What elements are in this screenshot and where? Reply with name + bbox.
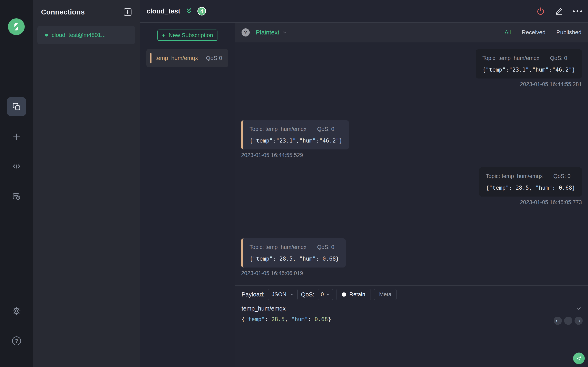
message-received: Topic: temp_hum/emqx QoS: 0 {"temp":"23.… bbox=[241, 120, 582, 158]
qos-select[interactable]: 0 bbox=[318, 289, 333, 300]
format-dropdown[interactable]: Plaintext bbox=[256, 29, 287, 36]
meta-button[interactable]: Meta bbox=[374, 289, 397, 300]
subscription-qos: QoS 0 bbox=[206, 55, 222, 61]
message-filters: All Received Published bbox=[504, 29, 581, 36]
message-list: Topic: temp_hum/emqx QoS: 0 {"temp":"23.… bbox=[235, 42, 588, 285]
mqttx-logo-mark bbox=[12, 22, 21, 31]
topic-input[interactable]: temp_hum/emqx bbox=[242, 305, 286, 312]
prev-payload-button[interactable]: ← bbox=[554, 317, 562, 325]
filter-all[interactable]: All bbox=[504, 29, 511, 36]
message-published: Topic: temp_hum/emqx QoS: 0 {"temp": 28.… bbox=[241, 167, 582, 229]
payload-help-icon[interactable]: ? bbox=[242, 28, 250, 36]
connection-name: cloud_test@m4801... bbox=[52, 32, 106, 38]
plus-icon: + bbox=[162, 32, 165, 39]
filter-received[interactable]: Received bbox=[522, 29, 545, 36]
ellipsis-icon bbox=[573, 10, 582, 12]
power-icon bbox=[536, 7, 545, 16]
message-payload: {"temp":"23.1","hum":"46.2"} bbox=[250, 138, 342, 144]
message-payload: {"temp": 28.5, "hum": 0.68} bbox=[250, 256, 339, 262]
filter-separator bbox=[551, 30, 551, 35]
collapse-all-icon[interactable] bbox=[185, 7, 193, 15]
subscription-topic: temp_hum/emqx bbox=[155, 55, 206, 61]
message-qos: QoS: 0 bbox=[550, 55, 567, 61]
json-token: 28.5 bbox=[271, 316, 285, 322]
message-payload: {"temp": 28.5, "hum": 0.68} bbox=[486, 185, 575, 191]
message-qos: QoS: 0 bbox=[317, 126, 334, 132]
retain-label: Retain bbox=[349, 291, 365, 298]
paper-plane-icon bbox=[576, 355, 582, 361]
disconnect-button[interactable] bbox=[535, 6, 546, 17]
delete-payload-button[interactable]: − bbox=[564, 317, 572, 325]
connection-view: cloud_test 4 bbox=[140, 0, 588, 367]
json-token: : bbox=[265, 316, 272, 322]
collapse-publish-icon[interactable] bbox=[576, 306, 582, 312]
payload-format-select[interactable]: JSON bbox=[268, 289, 298, 300]
help-icon: ? bbox=[12, 336, 21, 345]
plus-square-icon bbox=[123, 7, 132, 17]
message-qos: QoS: 0 bbox=[317, 244, 334, 250]
message-bubble[interactable]: Topic: temp_hum/emqx QoS: 0 {"temp":"23.… bbox=[476, 49, 582, 78]
chevron-down-icon bbox=[576, 306, 582, 312]
payload-label: Payload: bbox=[242, 291, 265, 298]
message-timestamp: 2023-01-05 16:44:55:529 bbox=[241, 152, 303, 158]
json-token: "hum" bbox=[291, 316, 308, 322]
message-topic: Topic: temp_hum/emqx bbox=[250, 126, 306, 132]
connection-list-item[interactable]: cloud_test@m4801... bbox=[37, 26, 135, 44]
new-subscription-button[interactable]: + New Subscription bbox=[157, 30, 217, 41]
message-timestamp: 2023-01-05 16:45:06:019 bbox=[241, 270, 303, 276]
mqttx-logo bbox=[8, 18, 25, 35]
message-received: Topic: temp_hum/emqx QoS: 0 {"temp": 28.… bbox=[241, 238, 582, 276]
nav-help-button[interactable]: ? bbox=[7, 332, 26, 350]
nav-script-button[interactable] bbox=[7, 157, 26, 176]
chevron-down-icon bbox=[326, 292, 330, 296]
plus-icon bbox=[12, 132, 21, 142]
format-value: Plaintext bbox=[256, 29, 279, 36]
payload-history-nav: ← − → bbox=[554, 317, 583, 325]
nav-log-button[interactable] bbox=[7, 187, 26, 206]
json-token: 0.68 bbox=[315, 316, 328, 322]
send-button[interactable] bbox=[573, 352, 585, 364]
connection-header: cloud_test 4 bbox=[140, 0, 588, 23]
payload-format-value: JSON bbox=[272, 291, 286, 298]
edit-pencil-icon bbox=[555, 7, 563, 16]
message-qos: QoS: 0 bbox=[553, 173, 571, 179]
subscription-count-badge: 4 bbox=[198, 7, 206, 16]
retain-dot-icon bbox=[342, 292, 346, 297]
json-token: : bbox=[308, 316, 315, 322]
connections-icon bbox=[12, 102, 21, 111]
message-bubble[interactable]: Topic: temp_hum/emqx QoS: 0 {"temp":"23.… bbox=[241, 120, 349, 150]
message-bubble[interactable]: Topic: temp_hum/emqx QoS: 0 {"temp": 28.… bbox=[241, 238, 346, 267]
subscription-color-bar bbox=[150, 53, 151, 63]
add-connection-button[interactable] bbox=[123, 7, 132, 17]
message-topic: Topic: temp_hum/emqx bbox=[486, 173, 543, 179]
message-timestamp: 2023-01-05 16:44:55:281 bbox=[520, 81, 582, 87]
nav-new-connection-button[interactable] bbox=[7, 127, 26, 146]
json-token: , bbox=[285, 316, 291, 322]
settings-gear-icon bbox=[12, 306, 21, 316]
json-token: "temp" bbox=[245, 316, 265, 322]
connection-title: cloud_test bbox=[147, 7, 180, 15]
message-topic: Topic: temp_hum/emqx bbox=[250, 244, 306, 250]
message-bubble[interactable]: Topic: temp_hum/emqx QoS: 0 {"temp": 28.… bbox=[479, 167, 582, 197]
qos-label: QoS: bbox=[301, 291, 314, 298]
publish-panel: Payload: JSON QoS: 0 bbox=[235, 285, 588, 367]
chevron-down-icon bbox=[290, 292, 294, 296]
connections-panel: Connections cloud_test@m4801... bbox=[33, 0, 140, 367]
chevron-down-icon bbox=[282, 30, 287, 35]
retain-toggle[interactable]: Retain bbox=[336, 289, 371, 300]
edit-connection-button[interactable] bbox=[553, 6, 565, 17]
nav-connections-button[interactable] bbox=[7, 97, 26, 116]
nav-settings-button[interactable] bbox=[7, 301, 26, 320]
payload-editor[interactable]: {"temp": 28.5, "hum": 0.68} bbox=[235, 312, 588, 322]
new-subscription-label: New Subscription bbox=[169, 32, 213, 39]
log-icon bbox=[12, 192, 21, 201]
message-timestamp: 2023-01-05 16:45:05:773 bbox=[520, 199, 582, 206]
connections-title: Connections bbox=[41, 8, 85, 16]
message-payload: {"temp":"23.1","hum":"46.2"} bbox=[483, 67, 575, 73]
qos-value: 0 bbox=[321, 291, 324, 298]
subscription-item[interactable]: temp_hum/emqx QoS 0 bbox=[146, 49, 228, 67]
left-nav-rail: ? bbox=[0, 0, 33, 367]
next-payload-button[interactable]: → bbox=[575, 317, 583, 325]
more-options-button[interactable] bbox=[572, 6, 583, 17]
filter-published[interactable]: Published bbox=[556, 29, 581, 36]
